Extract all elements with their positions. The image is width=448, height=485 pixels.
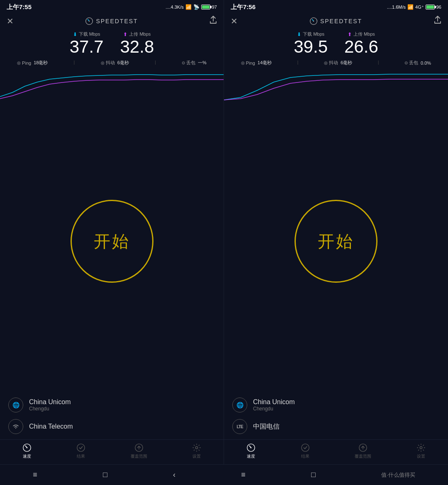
left-graph-svg [0, 68, 224, 101]
right-nav-settings[interactable]: 设置 [416, 443, 426, 459]
loss-icon: ⊙ [182, 61, 185, 65]
right-start-button[interactable]: 开始 [295, 200, 377, 283]
svg-point-1 [89, 20, 90, 22]
right-bottom-nav: 速度 结果 覆盖范围 设置 [224, 439, 448, 464]
right-main-content: 开始 [224, 101, 448, 390]
right-download-arrow-icon: ⬇ [297, 32, 301, 37]
right-ping-icon: ◎ [241, 61, 245, 65]
speedtest-logo-icon [85, 17, 93, 25]
right-share-button[interactable] [434, 16, 441, 26]
left-nav-settings-label: 设置 [192, 453, 201, 459]
svg-point-9 [313, 20, 314, 22]
right-nav-coverage-label: 覆盖范围 [355, 453, 371, 459]
left-nav-results-label: 结果 [77, 453, 85, 459]
left-network-text-0: China Unicom Chengdu [29, 398, 71, 412]
left-menu-button[interactable]: ≡ [24, 467, 46, 483]
right-battery-pct: 96 [436, 5, 441, 10]
right-menu-button[interactable]: ≡ [233, 467, 254, 483]
right-jitter-label: 抖动 [329, 60, 338, 66]
download-arrow-icon: ⬇ [73, 32, 77, 37]
right-network-icon-globe: 🌐 [232, 398, 247, 412]
left-nav-results[interactable]: 结果 [76, 443, 85, 459]
left-network-info: 🌐 China Unicom Chengdu China Telecom [0, 390, 224, 439]
left-nav-coverage[interactable]: 覆盖范围 [131, 443, 147, 459]
jitter-icon: ◎ [101, 61, 105, 65]
right-jitter-value: 6毫秒 [341, 60, 352, 66]
left-start-button[interactable]: 开始 [71, 200, 153, 283]
svg-point-5 [77, 444, 85, 451]
right-graph-svg [224, 68, 448, 101]
right-network-text-0: China Unicom Chengdu [253, 398, 295, 412]
left-signal-bars: 📶 [185, 4, 192, 10]
svg-point-7 [195, 446, 198, 449]
settings-icon [192, 443, 201, 452]
right-loss-value: 0.0% [421, 61, 431, 65]
right-signal-bars: 📶 [407, 4, 414, 10]
right-upload-arrow-icon: ⬆ [348, 32, 352, 37]
left-home-button[interactable]: □ [95, 467, 116, 483]
left-jitter-label: 抖动 [106, 60, 115, 66]
left-nav-speed-label: 速度 [23, 453, 31, 459]
left-bottom-nav: 速度 结果 覆盖范围 设置 [0, 439, 224, 464]
right-time: 上午7:56 [231, 3, 256, 11]
right-network-info: 🌐 China Unicom Chengdu LTE 中国电信 [224, 390, 448, 439]
left-share-button[interactable] [209, 16, 217, 26]
left-back-button[interactable]: ‹ [165, 467, 184, 483]
left-speed-display: ⬇ 下载 Mbps 37.7 ⬆ 上传 Mbps 32.8 [0, 29, 224, 58]
right-nav-coverage[interactable]: 覆盖范围 [355, 443, 371, 459]
right-ping-stat: ◎ Ping 14毫秒 [241, 60, 272, 66]
right-close-button[interactable]: ✕ [231, 16, 238, 26]
right-settings-icon [416, 443, 426, 452]
right-nav-settings-label: 设置 [417, 453, 425, 459]
left-battery-pct: 97 [212, 5, 217, 10]
right-app-header: ✕ SPEEDTEST [224, 12, 448, 29]
right-loss-label: 丢包 [409, 60, 418, 66]
left-status-bar: 上午7:55 ....4.3K/s 📶 📡 97 [0, 0, 224, 12]
right-upload-speed: ⬆ 上传 Mbps 26.6 [344, 31, 378, 56]
right-stats-row: ◎ Ping 14毫秒 | ◎ 抖动 6毫秒 | ⊙ 丢包 0.0% [224, 58, 448, 68]
left-download-label: ⬇ 下载 Mbps [70, 31, 104, 37]
right-speedtest-logo-icon [309, 17, 318, 25]
right-nav-results[interactable]: 结果 [301, 443, 310, 459]
right-coverage-icon [358, 443, 368, 452]
left-nav-speed[interactable]: 速度 [22, 443, 32, 459]
svg-rect-2 [0, 68, 224, 101]
right-loss-stat: ⊙ 丢包 0.0% [404, 60, 431, 66]
left-app-header: ✕ SPEEDTEST [0, 12, 224, 29]
right-nav-speed[interactable]: 速度 [246, 443, 256, 459]
left-phone-screen: 上午7:55 ....4.3K/s 📶 📡 97 ✕ SPEEDTES [0, 0, 224, 464]
right-status-right: ....1.6M/s 📶 4G⁺ 96 [387, 4, 441, 10]
left-upload-speed: ⬆ 上传 Mbps 32.8 [120, 31, 154, 56]
results-icon [76, 443, 85, 452]
brand-label: 值·什么值得买 [373, 468, 424, 482]
right-nav-results-label: 结果 [301, 453, 309, 459]
right-nav-speed-label: 速度 [247, 453, 255, 459]
upload-arrow-icon: ⬆ [123, 32, 127, 37]
svg-point-13 [302, 444, 309, 451]
right-loss-icon: ⊙ [404, 61, 408, 65]
right-status-bar: 上午7:56 ....1.6M/s 📶 4G⁺ 96 [224, 0, 448, 12]
right-speed-display: ⬇ 下载 Mbps 39.5 ⬆ 上传 Mbps 26.6 [224, 29, 448, 58]
left-nav-settings[interactable]: 设置 [192, 443, 201, 459]
right-network-item-1: LTE 中国电信 [232, 416, 440, 437]
left-network-icon-globe: 🌐 [8, 398, 23, 412]
right-download-value: 39.5 [294, 37, 328, 56]
left-close-button[interactable]: ✕ [7, 16, 14, 26]
left-network-name-1: China Telecom [29, 423, 73, 430]
left-jitter-value: 6毫秒 [117, 60, 129, 66]
left-main-content: 开始 [0, 101, 224, 390]
left-loss-stat: ⊙ 丢包 一% [182, 60, 207, 66]
right-network-name-1: 中国电信 [253, 422, 280, 431]
right-home-button[interactable]: □ [303, 467, 324, 483]
left-title-text: SPEEDTEST [96, 18, 138, 24]
right-network-sub-0: Chengdu [253, 406, 295, 412]
left-stats-row: ◎ Ping 18毫秒 | ◎ 抖动 6毫秒 | ⊙ 丢包 一% [0, 58, 224, 68]
left-app-title: SPEEDTEST [85, 17, 138, 25]
right-network-icon-lte: LTE [232, 419, 247, 434]
right-network-text-1: 中国电信 [253, 422, 280, 431]
left-time: 上午7:55 [7, 3, 32, 11]
left-ping-value: 18毫秒 [34, 60, 48, 66]
right-ping-value: 14毫秒 [258, 60, 272, 66]
coverage-icon [134, 443, 144, 452]
right-jitter-icon: ◎ [324, 61, 328, 65]
